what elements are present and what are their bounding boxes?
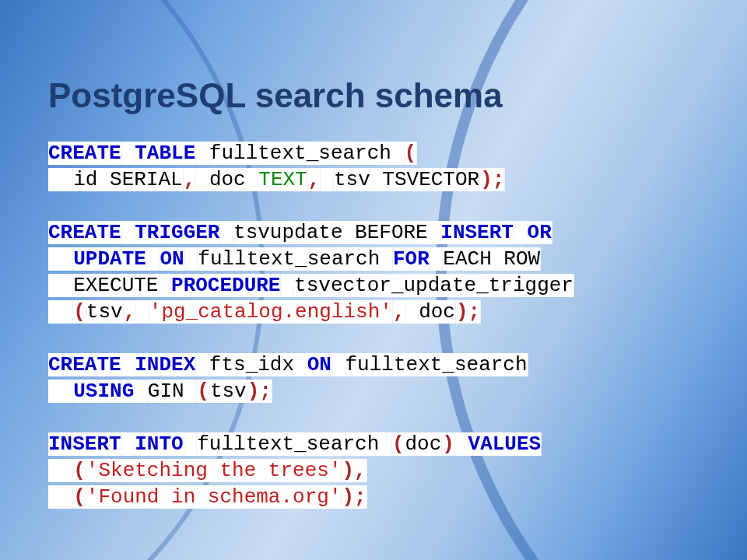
code-line: INSERT INTO fulltext_search (doc) VALUES	[48, 431, 574, 457]
code-blank-line	[48, 404, 574, 431]
code-line: id SERIAL, doc TEXT, tsv TSVECTOR);	[48, 166, 574, 193]
code-line: EXECUTE PROCEDURE tsvector_update_trigge…	[48, 272, 574, 299]
code-line: CREATE TABLE fulltext_search (	[48, 140, 574, 166]
code-line: CREATE INDEX fts_idx ON fulltext_search	[48, 352, 574, 378]
slide: PostgreSQL search schema CREATE TABLE fu…	[0, 0, 747, 560]
code-line: ('Sketching the trees'),	[48, 457, 574, 484]
code-line: UPDATE ON fulltext_search FOR EACH ROW	[48, 246, 574, 272]
code-line: ('Found in schema.org');	[48, 484, 574, 510]
code-line: CREATE TRIGGER tsvupdate BEFORE INSERT O…	[48, 219, 574, 246]
code-line: (tsv, 'pg_catalog.english', doc);	[48, 299, 574, 325]
code-blank-line	[48, 325, 574, 352]
code-block: CREATE TABLE fulltext_search ( id SERIAL…	[48, 140, 574, 510]
code-blank-line	[48, 193, 574, 219]
slide-title: PostgreSQL search schema	[48, 76, 503, 115]
code-line: USING GIN (tsv);	[48, 378, 574, 404]
